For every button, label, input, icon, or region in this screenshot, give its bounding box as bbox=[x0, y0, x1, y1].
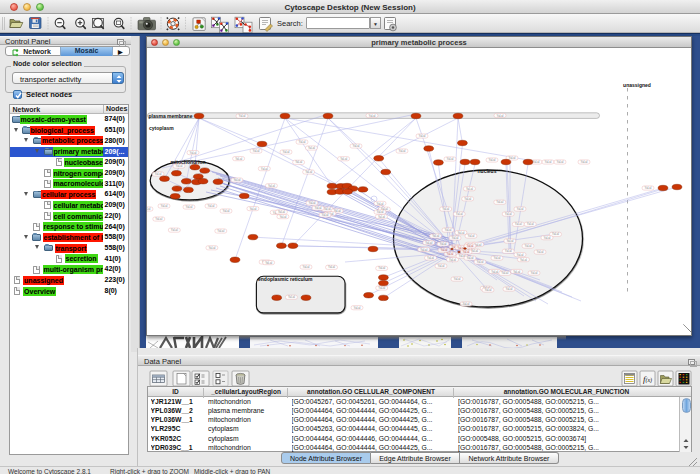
svg-text:Yal-al: Yal-al bbox=[176, 164, 183, 168]
svg-text:Yal-al: Yal-al bbox=[378, 286, 385, 290]
svg-text:Yal-al: Yal-al bbox=[537, 250, 544, 254]
svg-text:Yal-al: Yal-al bbox=[288, 295, 295, 299]
svg-text:Yal-al: Yal-al bbox=[419, 134, 426, 138]
svg-text:Yal-al: Yal-al bbox=[447, 157, 454, 161]
svg-text:Yal-al: Yal-al bbox=[496, 200, 503, 204]
svg-text:Yal-al: Yal-al bbox=[233, 178, 240, 182]
svg-text:Yal-al: Yal-al bbox=[322, 213, 329, 217]
svg-text:Yal-al: Yal-al bbox=[249, 207, 256, 211]
svg-text:Yal-al: Yal-al bbox=[468, 234, 475, 238]
svg-text:Yal-al: Yal-al bbox=[427, 256, 434, 260]
svg-text:Yal-al: Yal-al bbox=[463, 302, 470, 306]
svg-text:Yal-al: Yal-al bbox=[501, 271, 508, 275]
svg-text:Yal-al: Yal-al bbox=[445, 228, 452, 232]
svg-text:Yal-al: Yal-al bbox=[545, 160, 552, 164]
svg-text:plasma membrane: plasma membrane bbox=[149, 113, 193, 119]
svg-text:Yal-al: Yal-al bbox=[467, 256, 474, 260]
svg-text:Yal-al: Yal-al bbox=[353, 144, 360, 148]
svg-text:Yal-al: Yal-al bbox=[533, 160, 540, 164]
svg-text:Yal-al: Yal-al bbox=[463, 250, 470, 254]
svg-text:cytoplasm: cytoplasm bbox=[149, 125, 174, 131]
svg-text:endoplasmic reticulum: endoplasmic reticulum bbox=[258, 276, 313, 282]
svg-text:Yal-al: Yal-al bbox=[253, 149, 260, 153]
svg-text:Yal-al: Yal-al bbox=[497, 114, 504, 118]
svg-text:Yal-al: Yal-al bbox=[279, 215, 286, 219]
svg-text:Yal-al: Yal-al bbox=[378, 266, 385, 270]
svg-text:Yal-al: Yal-al bbox=[517, 253, 524, 257]
svg-text:Yal-al: Yal-al bbox=[505, 212, 512, 216]
svg-text:Yal-al: Yal-al bbox=[295, 160, 302, 164]
svg-text:Yal-al: Yal-al bbox=[454, 277, 461, 281]
svg-text:Yal-al: Yal-al bbox=[265, 261, 272, 265]
svg-text:Yal-al: Yal-al bbox=[324, 207, 331, 211]
svg-text:unassigned: unassigned bbox=[623, 82, 651, 88]
svg-text:Yal-al: Yal-al bbox=[515, 222, 522, 226]
svg-text:Yal-al: Yal-al bbox=[155, 217, 162, 221]
svg-text:Yal-al: Yal-al bbox=[377, 210, 384, 214]
svg-text:Yal-al: Yal-al bbox=[581, 160, 588, 164]
svg-text:Yal-al: Yal-al bbox=[491, 270, 498, 274]
svg-text:Yal-al: Yal-al bbox=[442, 207, 449, 211]
svg-text:Yal-al: Yal-al bbox=[305, 170, 312, 174]
svg-text:Yal-al: Yal-al bbox=[268, 184, 275, 188]
svg-text:Yal-al: Yal-al bbox=[239, 114, 246, 118]
svg-text:Yal-al: Yal-al bbox=[506, 287, 513, 291]
svg-text:Yal-al: Yal-al bbox=[235, 157, 242, 161]
svg-text:Yal-al: Yal-al bbox=[186, 205, 193, 209]
svg-text:Yal-al: Yal-al bbox=[477, 260, 484, 264]
svg-text:Yal-al: Yal-al bbox=[261, 167, 268, 171]
svg-text:Yal-al: Yal-al bbox=[315, 206, 322, 210]
svg-text:Yal-al: Yal-al bbox=[420, 248, 427, 252]
svg-text:Yal-al: Yal-al bbox=[441, 248, 448, 252]
svg-text:Yal-al: Yal-al bbox=[354, 306, 361, 310]
svg-text:Yal-al: Yal-al bbox=[309, 201, 316, 205]
svg-text:Yal-al: Yal-al bbox=[489, 158, 496, 162]
svg-text:Yal-al: Yal-al bbox=[308, 146, 315, 150]
svg-text:Yal-al: Yal-al bbox=[494, 256, 501, 260]
svg-text:Yal-al: Yal-al bbox=[369, 114, 376, 118]
svg-text:Yal-al: Yal-al bbox=[485, 288, 492, 292]
svg-text:Yal-al: Yal-al bbox=[432, 234, 439, 238]
svg-text:Yal-al: Yal-al bbox=[328, 265, 335, 269]
svg-text:Yal-al: Yal-al bbox=[303, 265, 310, 269]
svg-text:Yal-al: Yal-al bbox=[544, 236, 551, 240]
svg-text:Yal-al: Yal-al bbox=[467, 244, 474, 248]
svg-text:Yal-al: Yal-al bbox=[517, 207, 524, 211]
svg-text:Yal-al: Yal-al bbox=[171, 228, 178, 232]
svg-text:Yal-al: Yal-al bbox=[217, 229, 224, 233]
svg-text:Yal-al: Yal-al bbox=[509, 156, 516, 160]
svg-text:Yal-al: Yal-al bbox=[557, 160, 564, 164]
svg-text:Yal-al: Yal-al bbox=[377, 202, 384, 206]
svg-text:Yal-al: Yal-al bbox=[208, 204, 215, 208]
svg-text:Yal-al: Yal-al bbox=[506, 239, 513, 243]
svg-text:Yal-al: Yal-al bbox=[378, 215, 385, 219]
svg-text:Yal-al: Yal-al bbox=[449, 258, 456, 262]
svg-text:Yal-al: Yal-al bbox=[531, 271, 538, 275]
svg-text:Yal-al: Yal-al bbox=[552, 232, 559, 236]
svg-text:Yal-al: Yal-al bbox=[190, 151, 197, 155]
svg-text:Yal-al: Yal-al bbox=[447, 252, 454, 256]
svg-text:nucleus: nucleus bbox=[478, 168, 497, 174]
svg-text:Yal-al: Yal-al bbox=[525, 244, 532, 248]
svg-text:Yal-al: Yal-al bbox=[155, 172, 162, 176]
svg-text:Yal-al: Yal-al bbox=[520, 258, 527, 262]
svg-text:Yal-al: Yal-al bbox=[440, 242, 447, 246]
svg-text:Yal-al: Yal-al bbox=[457, 231, 464, 235]
svg-text:Yal-al: Yal-al bbox=[456, 212, 463, 216]
svg-text:Yal-al: Yal-al bbox=[505, 249, 512, 253]
svg-text:Yal-al: Yal-al bbox=[513, 270, 520, 274]
svg-text:Yal-al: Yal-al bbox=[527, 222, 534, 226]
svg-text:Yal-al: Yal-al bbox=[464, 197, 471, 201]
svg-text:Yal-al: Yal-al bbox=[208, 246, 215, 250]
svg-text:Yal-al: Yal-al bbox=[399, 149, 406, 153]
svg-text:Yal-al: Yal-al bbox=[340, 157, 347, 161]
svg-text:Yal-al: Yal-al bbox=[283, 150, 290, 154]
svg-text:Yal-al: Yal-al bbox=[223, 209, 230, 213]
svg-text:Yal-al: Yal-al bbox=[278, 210, 285, 214]
svg-text:Yal-al: Yal-al bbox=[438, 264, 445, 268]
svg-text:Yal-al: Yal-al bbox=[161, 204, 168, 208]
svg-text:Yal-al: Yal-al bbox=[299, 140, 306, 144]
svg-text:Yal-al: Yal-al bbox=[466, 187, 473, 191]
svg-text:Yal-al: Yal-al bbox=[645, 186, 652, 190]
svg-text:Yal-al: Yal-al bbox=[147, 207, 151, 211]
